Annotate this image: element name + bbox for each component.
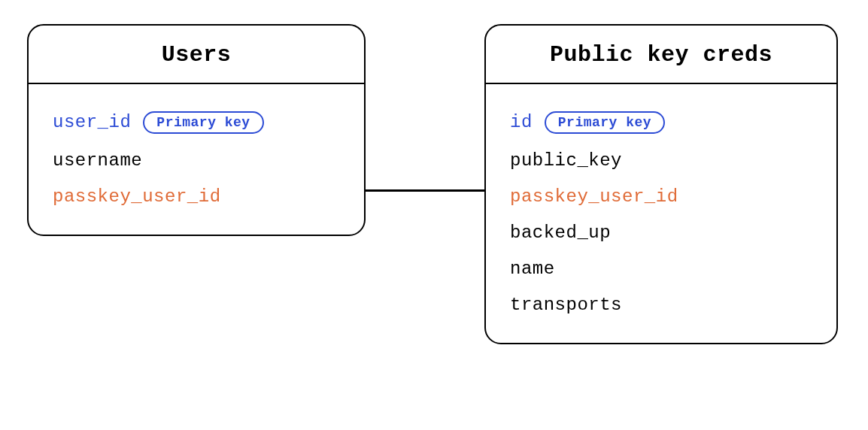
entity-users: Users user_id Primary key username passk… bbox=[27, 24, 366, 236]
field-id: id Primary key bbox=[510, 102, 812, 143]
entity-users-title: Users bbox=[29, 26, 364, 84]
field-name: name bbox=[510, 260, 555, 278]
field-public-key: public_key bbox=[510, 143, 812, 179]
field-name: username bbox=[53, 152, 142, 170]
entity-creds-body: id Primary key public_key passkey_user_i… bbox=[486, 84, 836, 343]
relationship-connector bbox=[366, 189, 484, 192]
field-transports: transports bbox=[510, 287, 812, 323]
field-passkey-user-id: passkey_user_id bbox=[510, 179, 812, 215]
field-name: public_key bbox=[510, 152, 622, 170]
entity-creds-title: Public key creds bbox=[486, 26, 836, 84]
entity-creds: Public key creds id Primary key public_k… bbox=[484, 24, 838, 344]
field-name: backed_up bbox=[510, 224, 611, 242]
field-passkey-user-id: passkey_user_id bbox=[53, 179, 340, 215]
er-diagram: Users user_id Primary key username passk… bbox=[23, 23, 845, 407]
primary-key-badge: Primary key bbox=[545, 111, 665, 134]
entity-users-body: user_id Primary key username passkey_use… bbox=[29, 84, 364, 235]
field-name: transports bbox=[510, 296, 622, 314]
field-name: passkey_user_id bbox=[53, 188, 221, 206]
field-name-field: name bbox=[510, 251, 812, 287]
field-user-id: user_id Primary key bbox=[53, 102, 340, 143]
field-name: id bbox=[510, 114, 533, 132]
field-backed-up: backed_up bbox=[510, 215, 812, 251]
field-name: passkey_user_id bbox=[510, 188, 678, 206]
primary-key-badge: Primary key bbox=[143, 111, 263, 134]
field-name: user_id bbox=[53, 114, 131, 132]
field-username: username bbox=[53, 143, 340, 179]
